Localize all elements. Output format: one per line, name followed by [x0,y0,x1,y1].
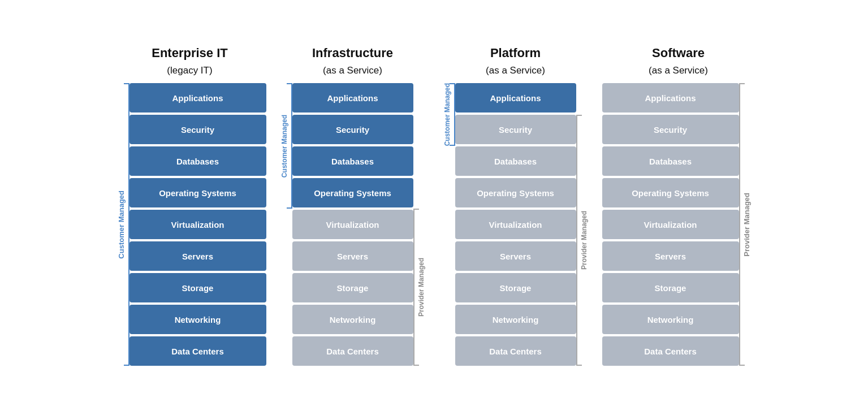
list-item: Security [292,115,413,144]
list-item: Applications [602,83,739,113]
list-item: Storage [292,273,413,302]
list-item: Databases [292,146,413,176]
list-item: Operating Systems [292,178,413,207]
provider-managed-label-saas: Provider Managed [742,193,751,257]
list-item: Operating Systems [602,178,739,207]
list-item: Applications [455,83,576,113]
column-saas: Software (as a Service) Applications Sec… [602,45,755,366]
list-item: Networking [455,305,576,334]
list-item: Virtualization [602,210,739,239]
list-item: Operating Systems [455,178,576,207]
list-item: Databases [602,146,739,176]
customer-managed-label-paas: Customer Managed [443,83,451,146]
customer-managed-label-iaas: Customer Managed [280,115,288,178]
cloud-service-diagram: Enterprise IT (legacy IT) Customer Manag… [6,45,862,366]
column-paas: Platform (as a Service) Customer Managed… [439,45,592,366]
list-item: Servers [292,241,413,271]
list-item: Networking [602,305,739,334]
list-item: Databases [455,146,576,176]
list-item: Storage [455,273,576,302]
column-iaas: Infrastructure (as a Service) Customer M… [277,45,429,366]
list-item: Storage [602,273,739,302]
list-item: Servers [129,241,266,271]
list-item: Databases [129,146,266,176]
list-item: Servers [455,241,576,271]
list-item: Operating Systems [129,178,266,207]
column-title-paas: Platform (as a Service) [486,45,545,77]
list-item: Storage [129,273,266,302]
list-item: Data Centers [602,336,739,366]
list-item: Virtualization [455,210,576,239]
column-title-enterprise-it: Enterprise IT (legacy IT) [152,45,227,77]
provider-managed-label-iaas: Provider Managed [417,258,425,317]
provider-managed-label-paas: Provider Managed [580,211,588,270]
list-item: Data Centers [455,336,576,366]
list-item: Virtualization [129,210,266,239]
list-item: Networking [292,305,413,334]
column-title-iaas: Infrastructure (as a Service) [312,45,393,77]
customer-managed-label-eit: Customer Managed [117,191,126,259]
list-item: Virtualization [292,210,413,239]
list-item: Security [129,115,266,144]
list-item: Data Centers [129,336,266,366]
column-title-saas: Software (as a Service) [649,45,708,77]
list-item: Applications [129,83,266,113]
list-item: Security [455,115,576,144]
list-item: Security [602,115,739,144]
list-item: Applications [292,83,413,113]
column-enterprise-it: Enterprise IT (legacy IT) Customer Manag… [114,45,266,366]
list-item: Servers [602,241,739,271]
list-item: Networking [129,305,266,334]
list-item: Data Centers [292,336,413,366]
